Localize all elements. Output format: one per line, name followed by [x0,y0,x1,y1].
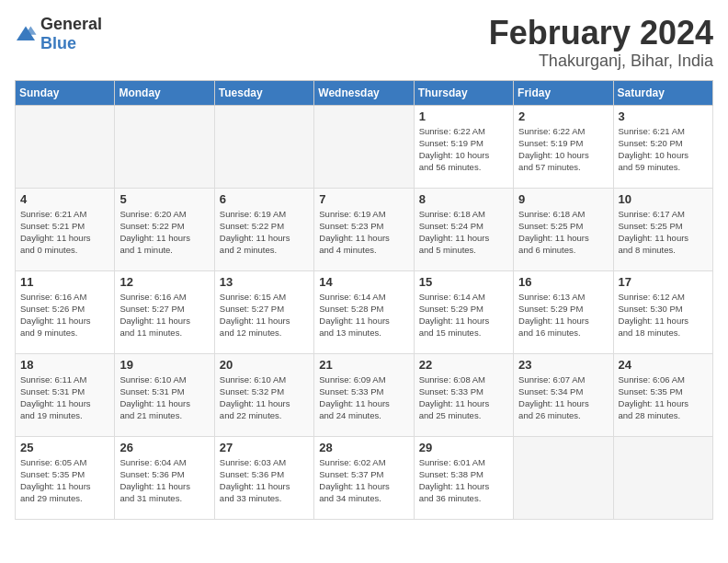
calendar-header-row: SundayMondayTuesdayWednesdayThursdayFrid… [16,80,713,105]
calendar-cell [214,105,313,188]
calendar-cell: 12Sunrise: 6:16 AM Sunset: 5:27 PM Dayli… [115,270,214,353]
day-number: 29 [419,441,508,454]
calendar-cell: 8Sunrise: 6:18 AM Sunset: 5:24 PM Daylig… [414,188,513,270]
day-number: 14 [319,275,408,289]
calendar-cell: 28Sunrise: 6:02 AM Sunset: 5:37 PM Dayli… [314,436,414,519]
calendar-cell: 21Sunrise: 6:09 AM Sunset: 5:33 PM Dayli… [314,353,414,436]
col-header-sunday: Sunday [16,80,115,105]
location-subtitle: Thakurganj, Bihar, India [489,52,713,71]
day-info: Sunrise: 6:19 AM Sunset: 5:23 PM Dayligh… [319,208,408,257]
day-number: 20 [220,358,309,372]
calendar-cell: 14Sunrise: 6:14 AM Sunset: 5:28 PM Dayli… [314,270,414,353]
calendar-cell: 27Sunrise: 6:03 AM Sunset: 5:36 PM Dayli… [214,436,313,519]
day-info: Sunrise: 6:02 AM Sunset: 5:37 PM Dayligh… [319,456,408,505]
day-info: Sunrise: 6:21 AM Sunset: 5:21 PM Dayligh… [20,208,109,257]
calendar-cell: 2Sunrise: 6:22 AM Sunset: 5:19 PM Daylig… [514,105,613,188]
day-number: 5 [119,192,209,206]
calendar-cell: 17Sunrise: 6:12 AM Sunset: 5:30 PM Dayli… [613,270,712,353]
day-info: Sunrise: 6:17 AM Sunset: 5:25 PM Dayligh… [619,208,708,257]
day-info: Sunrise: 6:10 AM Sunset: 5:32 PM Dayligh… [220,373,309,422]
day-info: Sunrise: 6:01 AM Sunset: 5:38 PM Dayligh… [419,456,508,505]
day-number: 22 [419,358,508,372]
calendar-cell: 9Sunrise: 6:18 AM Sunset: 5:25 PM Daylig… [514,188,613,270]
day-number: 21 [319,358,408,372]
calendar-cell: 15Sunrise: 6:14 AM Sunset: 5:29 PM Dayli… [414,270,513,353]
day-number: 1 [419,109,508,123]
calendar-week-row: 4Sunrise: 6:21 AM Sunset: 5:21 PM Daylig… [16,188,713,270]
day-info: Sunrise: 6:14 AM Sunset: 5:28 PM Dayligh… [319,291,408,339]
calendar-cell: 13Sunrise: 6:15 AM Sunset: 5:27 PM Dayli… [214,270,313,353]
calendar-cell: 20Sunrise: 6:10 AM Sunset: 5:32 PM Dayli… [214,353,313,436]
calendar-week-row: 1Sunrise: 6:22 AM Sunset: 5:19 PM Daylig… [16,105,713,188]
day-info: Sunrise: 6:13 AM Sunset: 5:29 PM Dayligh… [518,291,608,339]
day-number: 24 [619,358,708,372]
day-info: Sunrise: 6:07 AM Sunset: 5:34 PM Dayligh… [518,373,608,422]
day-info: Sunrise: 6:22 AM Sunset: 5:19 PM Dayligh… [518,125,608,174]
day-info: Sunrise: 6:19 AM Sunset: 5:22 PM Dayligh… [220,208,309,257]
calendar-cell: 6Sunrise: 6:19 AM Sunset: 5:22 PM Daylig… [214,188,313,270]
calendar-cell: 29Sunrise: 6:01 AM Sunset: 5:38 PM Dayli… [414,436,513,519]
calendar-cell [514,436,613,519]
day-number: 17 [619,275,708,289]
day-number: 8 [419,192,508,206]
day-number: 2 [518,109,608,123]
day-number: 9 [518,192,608,206]
day-number: 13 [220,275,309,289]
day-info: Sunrise: 6:21 AM Sunset: 5:20 PM Dayligh… [619,125,708,174]
calendar-cell: 1Sunrise: 6:22 AM Sunset: 5:19 PM Daylig… [414,105,513,188]
logo-icon [15,25,37,43]
logo-blue: Blue [40,34,76,52]
page-header: General Blue February 2024 Thakurganj, B… [15,15,713,71]
calendar-cell [115,105,214,188]
calendar-week-row: 11Sunrise: 6:16 AM Sunset: 5:26 PM Dayli… [16,270,713,353]
calendar-cell: 4Sunrise: 6:21 AM Sunset: 5:21 PM Daylig… [16,188,115,270]
day-info: Sunrise: 6:12 AM Sunset: 5:30 PM Dayligh… [619,291,708,339]
col-header-wednesday: Wednesday [314,80,414,105]
day-number: 4 [20,192,109,206]
day-number: 23 [518,358,608,372]
day-info: Sunrise: 6:20 AM Sunset: 5:22 PM Dayligh… [119,208,209,257]
logo: General Blue [15,15,102,53]
day-number: 3 [619,109,708,123]
calendar-cell [16,105,115,188]
day-info: Sunrise: 6:16 AM Sunset: 5:26 PM Dayligh… [20,291,109,339]
day-info: Sunrise: 6:18 AM Sunset: 5:24 PM Dayligh… [419,208,508,257]
day-info: Sunrise: 6:06 AM Sunset: 5:35 PM Dayligh… [619,373,708,422]
day-number: 19 [119,358,209,372]
calendar-cell: 26Sunrise: 6:04 AM Sunset: 5:36 PM Dayli… [115,436,214,519]
day-info: Sunrise: 6:11 AM Sunset: 5:31 PM Dayligh… [20,373,109,422]
day-info: Sunrise: 6:14 AM Sunset: 5:29 PM Dayligh… [419,291,508,339]
calendar-cell: 19Sunrise: 6:10 AM Sunset: 5:31 PM Dayli… [115,353,214,436]
calendar-cell [314,105,414,188]
day-info: Sunrise: 6:10 AM Sunset: 5:31 PM Dayligh… [119,373,209,422]
calendar-cell: 3Sunrise: 6:21 AM Sunset: 5:20 PM Daylig… [613,105,712,188]
day-info: Sunrise: 6:09 AM Sunset: 5:33 PM Dayligh… [319,373,408,422]
day-number: 6 [220,192,309,206]
calendar-table: SundayMondayTuesdayWednesdayThursdayFrid… [15,80,713,520]
calendar-week-row: 18Sunrise: 6:11 AM Sunset: 5:31 PM Dayli… [16,353,713,436]
day-info: Sunrise: 6:03 AM Sunset: 5:36 PM Dayligh… [220,456,309,505]
day-number: 26 [119,441,209,454]
col-header-thursday: Thursday [414,80,513,105]
day-info: Sunrise: 6:05 AM Sunset: 5:35 PM Dayligh… [20,456,109,505]
day-number: 15 [419,275,508,289]
day-number: 18 [20,358,109,372]
day-number: 16 [518,275,608,289]
col-header-monday: Monday [115,80,214,105]
calendar-cell: 10Sunrise: 6:17 AM Sunset: 5:25 PM Dayli… [613,188,712,270]
day-info: Sunrise: 6:15 AM Sunset: 5:27 PM Dayligh… [220,291,309,339]
calendar-week-row: 25Sunrise: 6:05 AM Sunset: 5:35 PM Dayli… [16,436,713,519]
logo-general: General [40,15,102,33]
day-info: Sunrise: 6:22 AM Sunset: 5:19 PM Dayligh… [419,125,508,174]
day-number: 12 [119,275,209,289]
calendar-cell: 22Sunrise: 6:08 AM Sunset: 5:33 PM Dayli… [414,353,513,436]
calendar-cell: 24Sunrise: 6:06 AM Sunset: 5:35 PM Dayli… [613,353,712,436]
day-info: Sunrise: 6:08 AM Sunset: 5:33 PM Dayligh… [419,373,508,422]
day-number: 25 [20,441,109,454]
calendar-cell: 7Sunrise: 6:19 AM Sunset: 5:23 PM Daylig… [314,188,414,270]
calendar-cell: 25Sunrise: 6:05 AM Sunset: 5:35 PM Dayli… [16,436,115,519]
col-header-friday: Friday [514,80,613,105]
calendar-cell: 5Sunrise: 6:20 AM Sunset: 5:22 PM Daylig… [115,188,214,270]
day-number: 27 [220,441,309,454]
day-number: 10 [619,192,708,206]
